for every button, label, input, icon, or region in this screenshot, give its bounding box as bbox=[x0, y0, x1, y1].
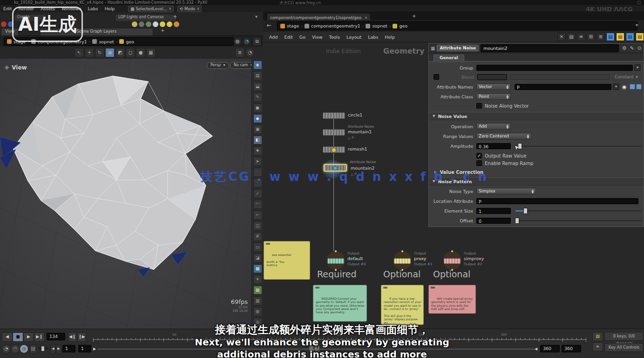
viewport-tool-icon[interactable]: + bbox=[85, 48, 94, 57]
input-port-icon[interactable] bbox=[401, 250, 403, 252]
viewport-tool-icon[interactable]: ◻ bbox=[126, 48, 135, 57]
note-collapse-icon[interactable] bbox=[383, 287, 387, 289]
scene-viewport[interactable]: ✥ View Persp ▾ No cam ▾ 69fps 12.5m 295 … bbox=[0, 59, 251, 329]
network-tool-icon[interactable]: ≡ bbox=[577, 33, 585, 41]
node-remesh1[interactable] bbox=[323, 146, 345, 153]
chevron-down-icon[interactable]: ▾ bbox=[636, 22, 638, 28]
breadcrumb-sopnet[interactable]: sopnet bbox=[92, 39, 114, 44]
viewport-tool-icon[interactable]: ◩ bbox=[115, 48, 125, 57]
remap-ramp-checkbox[interactable] bbox=[476, 160, 482, 166]
shelf-tool-icon[interactable] bbox=[160, 21, 165, 27]
output-node-default[interactable] bbox=[326, 251, 346, 270]
viewport-tool-icon[interactable]: ▦ bbox=[146, 48, 156, 57]
node-circle1[interactable] bbox=[323, 112, 345, 119]
node-name-field[interactable]: mountain2 bbox=[481, 44, 618, 52]
attr-class-dropdown[interactable]: Point ▲ ▼ bbox=[476, 93, 511, 100]
keyframe-x-button[interactable] bbox=[630, 84, 635, 90]
breadcrumb-sopnet[interactable]: sopnet bbox=[366, 23, 387, 28]
collapse-icon[interactable]: ▼ bbox=[433, 114, 435, 118]
shelf-tool-icon[interactable] bbox=[139, 21, 144, 27]
side-tool-icon[interactable]: ▨ bbox=[253, 296, 262, 305]
gear-icon[interactable]: ⚙ bbox=[622, 45, 627, 51]
range-values-dropdown[interactable]: Zero Centered ▲ ▼ bbox=[476, 133, 531, 139]
location-attribute-input[interactable]: P bbox=[476, 198, 638, 204]
sticky-note-simproxy[interactable]: Will create special proxy geometry which… bbox=[428, 285, 476, 314]
viewport-tool-icon[interactable]: ● bbox=[136, 48, 145, 57]
search-icon[interactable]: ⊙ bbox=[637, 45, 642, 51]
section-noise-value[interactable]: ▼ Noise Value bbox=[429, 112, 644, 120]
side-tool-icon[interactable]: ◆ bbox=[253, 114, 262, 123]
side-tool-icon[interactable]: ◧ bbox=[253, 136, 262, 145]
network-view-icon[interactable]: ▤ bbox=[626, 33, 634, 41]
side-tool-icon[interactable]: ▤ bbox=[253, 71, 262, 80]
blend-constant-dropdown[interactable]: Constant ▾ bbox=[612, 74, 640, 80]
menu-layout[interactable]: Layout bbox=[343, 34, 365, 41]
network-tool-icon[interactable]: ▤ bbox=[567, 33, 576, 41]
sticky-note-proxy[interactable]: If you have a low-resolution version of … bbox=[381, 285, 424, 325]
side-tool-icon[interactable]: ⬓ bbox=[253, 82, 262, 91]
side-tool-icon[interactable]: ✓ bbox=[253, 189, 262, 198]
close-icon[interactable]: ✕ bbox=[364, 15, 367, 20]
menu-labs[interactable]: Labs bbox=[365, 34, 381, 41]
help-icon[interactable]: ◔ bbox=[245, 48, 255, 57]
viewport-tool-icon[interactable]: ↖ bbox=[75, 48, 84, 57]
element-size-slider[interactable] bbox=[515, 208, 644, 214]
side-tool-icon[interactable]: ▦ bbox=[253, 264, 262, 273]
mode-dropdown[interactable]: ⟲ Mode ⇕ bbox=[177, 6, 202, 12]
group-input[interactable] bbox=[476, 65, 633, 71]
sticky-note-required[interactable]: REQUIRED Convert your geometry to 'defau… bbox=[313, 285, 367, 322]
shelf-tool-icon[interactable] bbox=[153, 21, 158, 27]
camera-select-button[interactable]: No cam ▾ bbox=[230, 62, 251, 69]
tab-general[interactable]: General bbox=[434, 55, 464, 62]
persp-view-button[interactable]: Persp ▾ bbox=[207, 62, 229, 69]
side-tool-icon[interactable]: ▭ bbox=[253, 243, 262, 252]
side-tool-icon[interactable]: ● bbox=[253, 103, 262, 112]
menu-edit[interactable]: Edit bbox=[281, 34, 296, 41]
shelf-tool-icon[interactable] bbox=[132, 21, 137, 27]
side-tool-icon[interactable]: ✎ bbox=[253, 93, 262, 102]
shelf-tab-lop-lights[interactable]: LOP Lights and Cameras bbox=[115, 14, 176, 21]
shelf-tool-icon[interactable] bbox=[1, 21, 7, 27]
network-tool-icon[interactable]: ⊞ bbox=[587, 33, 595, 41]
attr-menu-icon[interactable]: ▾ bbox=[613, 83, 619, 90]
amplitude-slider[interactable] bbox=[515, 143, 644, 149]
node-mountain1[interactable] bbox=[323, 129, 345, 136]
output-bar-simproxy[interactable] bbox=[444, 258, 461, 264]
selected-level-dropdown[interactable]: ▦ SelectedLevel... ⇕ bbox=[128, 6, 173, 12]
offset-slider[interactable] bbox=[515, 218, 644, 224]
shelf-add-icon[interactable]: + bbox=[173, 14, 177, 19]
display-options-icon[interactable]: ≣ bbox=[235, 48, 244, 57]
note-collapse-icon[interactable] bbox=[431, 287, 435, 289]
output-node-simproxy[interactable] bbox=[442, 251, 462, 270]
breadcrumb-geo[interactable]: geo bbox=[119, 39, 134, 44]
side-tool-icon[interactable]: ➤ bbox=[253, 157, 262, 166]
keyframe-y-button[interactable] bbox=[636, 84, 642, 90]
side-tool-icon[interactable]: ⌐ bbox=[253, 211, 262, 220]
viewport-tool-icon[interactable]: ▣ bbox=[105, 48, 115, 57]
side-tool-icon[interactable]: ✚ bbox=[253, 146, 262, 155]
network-view-icon[interactable]: ▤ bbox=[616, 33, 624, 41]
menu-add[interactable]: Add bbox=[266, 34, 281, 41]
output-node-proxy[interactable] bbox=[393, 251, 412, 270]
menu-view[interactable]: View bbox=[309, 34, 326, 41]
noise-along-vector-checkbox[interactable] bbox=[476, 103, 482, 109]
back-icon[interactable]: ← bbox=[267, 22, 271, 28]
attr-names-input[interactable]: P bbox=[515, 84, 611, 90]
output-raw-checkbox-checked[interactable]: ✓ bbox=[476, 153, 482, 158]
element-size-input[interactable]: 1 bbox=[476, 208, 511, 214]
attr-names-mode-dropdown[interactable]: Vector ▲ ▼ bbox=[476, 83, 511, 90]
hydra-icon[interactable]: ◔ bbox=[243, 37, 251, 46]
menu-labs[interactable]: Labs bbox=[85, 5, 102, 12]
note-collapse-icon[interactable] bbox=[315, 287, 319, 289]
input-port-icon[interactable] bbox=[335, 250, 337, 252]
input-port-icon[interactable] bbox=[451, 250, 453, 252]
menu-go[interactable]: Go bbox=[296, 34, 309, 41]
sticky-note-partial[interactable]: see essential worth a 'You metrics bbox=[264, 241, 310, 280]
operation-dropdown[interactable]: Add ▲ ▼ bbox=[476, 123, 511, 130]
pencil-icon[interactable]: ✎ bbox=[630, 45, 634, 51]
network-tool-icon[interactable]: ≣ bbox=[597, 33, 605, 41]
side-tool-icon[interactable]: ◈ bbox=[253, 61, 262, 69]
breadcrumb[interactable]: stage›componentgeometry1›sopnet›geo bbox=[277, 21, 637, 30]
side-tool-icon[interactable]: ◪ bbox=[253, 254, 262, 262]
menu-tools[interactable]: Tools bbox=[326, 34, 343, 41]
